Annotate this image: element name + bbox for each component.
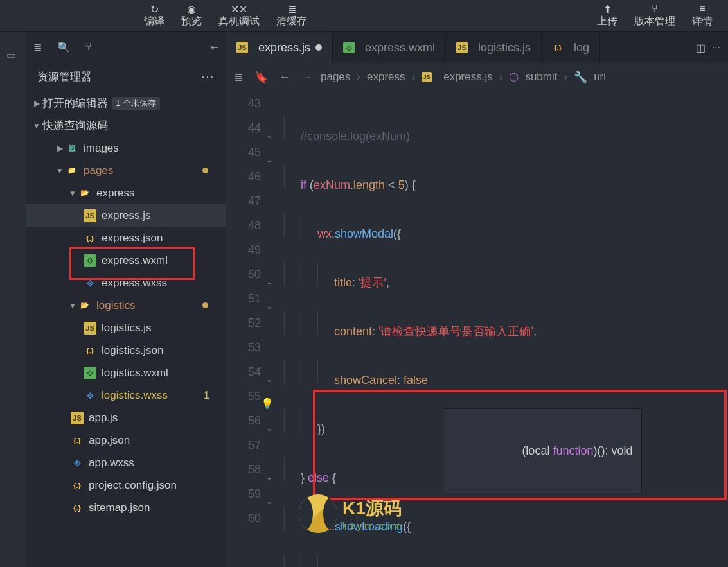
- line-number: 51⌄: [226, 286, 261, 311]
- line-number: 44⌄: [226, 116, 261, 140]
- tab-logistics-partial[interactable]: {.} log: [542, 32, 600, 63]
- tree-label: pages: [84, 164, 113, 177]
- wxml-icon: ◇: [84, 254, 96, 267]
- tree-file-logistics-wxml[interactable]: ◇ logistics.wxml: [26, 362, 226, 384]
- preview-label: 预览: [181, 15, 202, 28]
- code-body[interactable]: //console.log(exNum) if (exNum.length < …: [266, 91, 728, 567]
- debug-icon: ✕✕: [231, 3, 247, 15]
- version-button[interactable]: ⑂ 版本管理: [626, 2, 683, 30]
- folder-open-icon: 📂: [78, 299, 91, 312]
- modified-dot-icon[interactable]: [315, 44, 322, 51]
- upload-icon: ⬆: [599, 3, 616, 15]
- project-root[interactable]: ▼ 快递查询源码: [26, 114, 226, 137]
- tree-label: logistics.wxss: [102, 389, 168, 402]
- js-icon: JS: [456, 42, 468, 53]
- tab-actions: ◫ ···: [688, 32, 728, 63]
- tab-express-wxml[interactable]: ◇ express.wxml: [333, 32, 446, 63]
- tree-folder-logistics[interactable]: ▼ 📂 logistics: [26, 294, 226, 317]
- search-icon[interactable]: 🔍: [57, 41, 70, 53]
- upload-button[interactable]: ⬆ 上传: [589, 2, 625, 30]
- tree-label: logistics: [96, 299, 135, 312]
- crumb-submit[interactable]: submit: [525, 71, 557, 83]
- tree-file-logistics-js[interactable]: JS logistics.js: [26, 317, 226, 339]
- tree-file-sitemap[interactable]: {.} sitemap.json: [26, 496, 226, 519]
- crumb-file[interactable]: express.js: [443, 71, 493, 83]
- clear-cache-button[interactable]: ≣ 清缓存: [269, 2, 315, 30]
- tab-label: express.js: [258, 41, 310, 55]
- refresh-icon: ↻: [146, 3, 163, 15]
- details-button[interactable]: ≡ 详情: [684, 2, 720, 30]
- tab-logistics-js[interactable]: JS logistics.js: [446, 32, 542, 63]
- tree-file-app-js[interactable]: JS app.js: [26, 406, 226, 429]
- line-number: 59⌄: [226, 482, 261, 506]
- menu-icon: ≡: [694, 3, 711, 15]
- js-icon: JS: [71, 412, 84, 424]
- warning-count: 1: [204, 390, 209, 401]
- json-icon: {.}: [84, 232, 96, 245]
- code-editor[interactable]: 43 44⌄ 45⌄ 46 47 48 49 50⌄ 51⌄ 52 53 54⌄…: [226, 91, 728, 567]
- more-icon[interactable]: ···: [712, 42, 720, 53]
- line-number: 54⌄: [226, 360, 261, 384]
- json-icon: {.}: [552, 42, 564, 53]
- tree-file-express-wxss[interactable]: ⟐ express.wxss: [26, 272, 226, 294]
- chevron-right-icon: ▶: [54, 144, 66, 153]
- code-comment: //console.log(exNum): [301, 130, 410, 143]
- js-icon: JS: [236, 42, 248, 53]
- project-root-label: 快递查询源码: [42, 118, 108, 133]
- tab-bar: JS express.js ◇ express.wxml JS logistic…: [226, 32, 728, 63]
- tree-folder-express[interactable]: ▼ 📂 express: [26, 182, 226, 204]
- lightbulb-icon[interactable]: 💡: [261, 392, 274, 416]
- preview-button[interactable]: ◉ 预览: [173, 2, 209, 30]
- wxss-icon: ⟐: [84, 389, 96, 402]
- more-icon[interactable]: ···: [202, 71, 215, 83]
- crumb-express[interactable]: express: [367, 71, 405, 83]
- tree-file-logistics-wxss[interactable]: ⟐ logistics.wxss 1: [26, 384, 226, 406]
- tree-folder-pages[interactable]: ▼ 📁 pages: [26, 159, 226, 182]
- list-icon[interactable]: ≣: [33, 41, 42, 53]
- crumb-url[interactable]: url: [594, 71, 606, 83]
- back-icon[interactable]: ←: [280, 71, 290, 84]
- tab-label: logistics.js: [478, 41, 531, 55]
- tree-file-logistics-json[interactable]: {.} logistics.json: [26, 339, 226, 362]
- line-number: 50⌄: [226, 262, 261, 286]
- tree-file-express-js[interactable]: JS express.js: [26, 204, 226, 227]
- tree-label: project.config.json: [89, 479, 177, 492]
- debug-button[interactable]: ✕✕ 真机调试: [211, 2, 267, 30]
- git-icon[interactable]: ⑂: [85, 41, 92, 53]
- json-icon: {.}: [71, 434, 84, 447]
- collapse-icon[interactable]: ⇤: [210, 41, 218, 53]
- tree-file-express-json[interactable]: {.} express.json: [26, 227, 226, 249]
- line-number: 43: [226, 91, 261, 116]
- js-icon: JS: [422, 72, 432, 82]
- editor-area: JS express.js ◇ express.wxml JS logistic…: [226, 32, 728, 567]
- stack-icon: ≣: [283, 3, 300, 15]
- panel-icon[interactable]: ▭: [0, 45, 26, 65]
- bookmark-icon[interactable]: 🔖: [254, 71, 268, 84]
- tree-label: express.wxss: [102, 277, 167, 290]
- forward-icon: →: [302, 71, 313, 84]
- line-number: 47: [226, 189, 261, 213]
- crumb-pages[interactable]: pages: [321, 71, 350, 83]
- tree-file-project-config[interactable]: {.} project.config.json: [26, 474, 226, 496]
- list-icon[interactable]: ≣: [234, 71, 243, 84]
- tree-file-express-wxml[interactable]: ◇ express.wxml: [26, 249, 226, 272]
- chevron-down-icon: ▼: [31, 121, 42, 130]
- tab-express-js[interactable]: JS express.js: [226, 32, 333, 63]
- version-label: 版本管理: [634, 15, 675, 28]
- modified-dot-icon: [202, 168, 208, 173]
- chevron-down-icon: ▼: [54, 166, 66, 175]
- breadcrumbs[interactable]: pages › express › JS express.js › ⬡ subm…: [321, 71, 606, 84]
- line-number: 52: [226, 311, 261, 335]
- split-icon[interactable]: ◫: [696, 42, 706, 54]
- js-icon: JS: [84, 209, 96, 222]
- tree-file-app-wxss[interactable]: ⟐ app.wxss: [26, 451, 226, 474]
- tree-file-app-json[interactable]: {.} app.json: [26, 429, 226, 451]
- line-number: 56⌄: [226, 408, 261, 433]
- file-tree: ▶ 打开的编辑器 1 个未保存 ▼ 快递查询源码 ▶ 🖼 images ▼ 📁 …: [26, 92, 226, 567]
- tree-label: images: [84, 142, 119, 155]
- js-icon: JS: [84, 322, 96, 335]
- compile-button[interactable]: ↻ 编译: [136, 2, 172, 30]
- tree-folder-images[interactable]: ▶ 🖼 images: [26, 137, 226, 159]
- tooltip-keyword: function: [553, 444, 593, 457]
- open-editors-section[interactable]: ▶ 打开的编辑器 1 个未保存: [26, 92, 226, 114]
